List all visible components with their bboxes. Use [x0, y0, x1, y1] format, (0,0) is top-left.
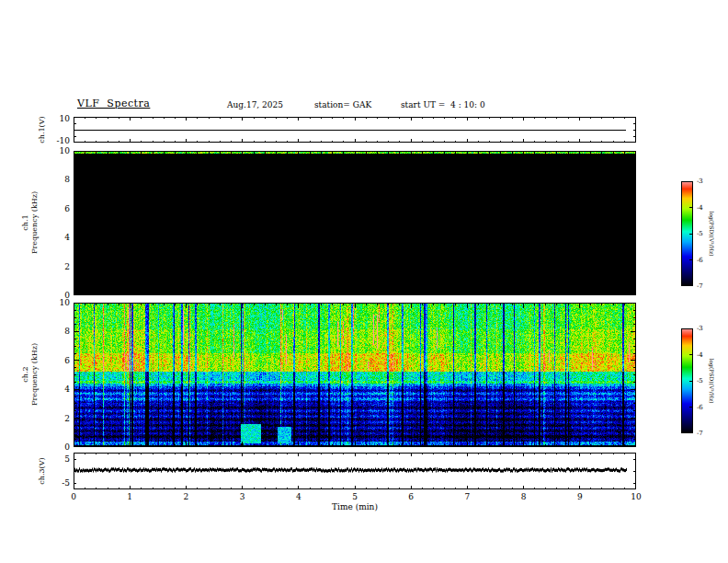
- ch1-freq-tick-label: 2: [64, 262, 70, 270]
- ch1-freq-tick-label: 8: [64, 176, 70, 184]
- colorbar-tick-label: -6: [697, 257, 703, 263]
- colorbar-ch1: [681, 181, 693, 286]
- figure-start-ut: start UT = 4 : 10: 0: [401, 100, 485, 109]
- ch2-label-line1: ch.2: [21, 343, 30, 406]
- time-tick-label: 3: [240, 493, 245, 501]
- time-tick-label: 7: [465, 493, 471, 501]
- ch1-freq-tick-label: 4: [64, 234, 70, 242]
- colorbar-tick-label: -5: [697, 378, 703, 385]
- ch2-freq-tick-label: 2: [64, 414, 70, 422]
- ch1-voltage-axis-label: ch.1(V): [38, 116, 47, 143]
- colorbar-tick-label: -3: [697, 178, 703, 185]
- ch1-voltage-panel: [74, 117, 636, 143]
- figure-date: Aug.17, 2025: [227, 100, 283, 109]
- colorbar-tick-label: -5: [697, 231, 703, 237]
- time-axis-title: Time (min): [332, 503, 378, 511]
- colorbar-tick-label: -3: [697, 326, 703, 332]
- time-tick-label: 2: [184, 493, 189, 501]
- figure-station: station= GAK: [314, 100, 371, 109]
- colorbar2-title: log(PSD)(V²/Hz): [709, 359, 715, 404]
- time-tick-label: 0: [71, 493, 76, 501]
- ch1-frequency-axis-label: ch.1 Frequency (kHz): [21, 191, 40, 254]
- figure-title: VLF Spectra: [77, 98, 150, 109]
- ch2-freq-tick-label: 8: [64, 327, 70, 336]
- colorbar1-title: log(PSD)(V²/Hz): [709, 212, 715, 257]
- ch2-frequency-axis-label: ch.2 Frequency (kHz): [21, 343, 40, 406]
- time-tick-label: 10: [631, 493, 641, 501]
- time-tick-label: 8: [521, 493, 527, 501]
- ch2-spectrogram-panel: [74, 303, 636, 447]
- colorbar-tick-label: -7: [697, 283, 703, 290]
- time-tick-label: 9: [577, 493, 583, 501]
- ch3-voltage-axis-label: ch.3(V): [38, 457, 47, 484]
- ch2-label-line2: Frequency (kHz): [30, 343, 40, 406]
- ch2-freq-tick-label: 6: [64, 356, 70, 364]
- ch2-freq-tick-label: 0: [64, 443, 70, 452]
- time-tick-label: 4: [296, 493, 301, 501]
- time-tick-label: 5: [352, 493, 358, 501]
- ch1-label-line2: Frequency (kHz): [30, 191, 40, 254]
- colorbar-ch2: [681, 328, 693, 433]
- ch3v-tick-label: -5: [62, 479, 70, 488]
- ch1v-tick-label: -10: [57, 137, 71, 145]
- colorbar-tick-label: -4: [697, 351, 703, 358]
- time-tick-label: 1: [127, 493, 132, 501]
- ch2-freq-tick-label: 10: [60, 299, 70, 307]
- ch1-label-line1: ch.1: [21, 191, 30, 254]
- colorbar-tick-label: -7: [697, 431, 703, 437]
- ch1-freq-tick-label: 6: [64, 204, 70, 213]
- time-tick-label: 6: [408, 493, 414, 501]
- ch1-freq-tick-label: 10: [60, 147, 70, 155]
- ch3-voltage-panel: [74, 453, 636, 489]
- colorbar-tick-label: -4: [697, 204, 703, 211]
- ch2-freq-tick-label: 4: [64, 385, 70, 394]
- ch1v-tick-label: 10: [60, 115, 70, 123]
- vlf-spectra-figure: VLF Spectra Aug.17, 2025 station= GAK st…: [0, 0, 728, 563]
- colorbar-tick-label: -6: [697, 404, 703, 410]
- ch1-spectrogram-panel: [74, 151, 636, 295]
- ch3v-tick-label: 5: [64, 454, 70, 463]
